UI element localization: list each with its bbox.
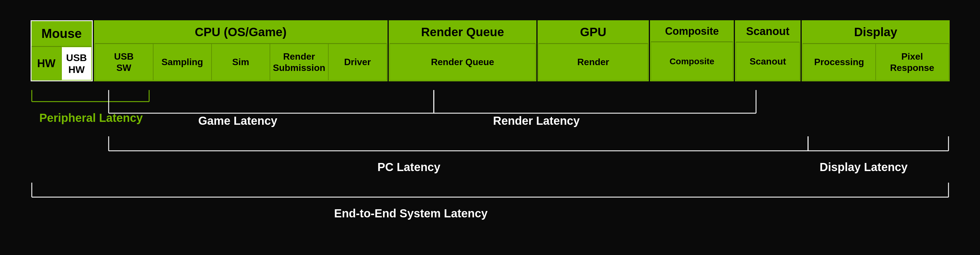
sim-block: Sim: [212, 44, 270, 81]
scanout-block: Scanout: [736, 42, 800, 81]
gpu-group: GPU Render: [538, 20, 649, 82]
diagram-container: Mouse HW USBHW CPU (OS/Game) USBSW Sampl…: [13, 9, 967, 247]
peripheral-latency-label: Peripheral Latency: [39, 111, 143, 124]
usb-sw-block: USBSW: [95, 44, 153, 81]
display-sub-row: Processing PixelResponse: [803, 44, 948, 81]
driver-block: Driver: [328, 44, 387, 81]
composite-group: Composite Composite: [650, 20, 734, 82]
renderqueue-block: Render Queue: [390, 44, 536, 81]
display-header: Display: [803, 21, 948, 44]
composite-header: Composite: [651, 21, 733, 42]
gpu-header: GPU: [538, 21, 648, 44]
usb-hw-block: USBHW: [61, 47, 92, 81]
mouse-header: Mouse: [32, 21, 92, 47]
sampling-block: Sampling: [153, 44, 212, 81]
scanout-sub-row: Scanout: [736, 42, 800, 81]
renderqueue-sub-row: Render Queue: [390, 44, 536, 81]
composite-block: Composite: [651, 42, 733, 81]
composite-sub-row: Composite: [651, 42, 733, 81]
cpu-header: CPU (OS/Game): [95, 21, 387, 44]
display-latency-label: Display Latency: [819, 160, 908, 173]
latency-brackets: Peripheral Latency Game Latency Render L…: [31, 84, 950, 235]
render-block: Render: [538, 44, 648, 81]
e2e-latency-label: End-to-End System Latency: [334, 207, 488, 220]
mouse-group: Mouse HW USBHW: [31, 20, 93, 82]
renderqueue-group: Render Queue Render Queue: [389, 20, 536, 82]
renderqueue-header: Render Queue: [390, 21, 536, 44]
game-latency-label: Game Latency: [198, 114, 277, 127]
render-latency-label: Render Latency: [493, 114, 580, 127]
scanout-header: Scanout: [736, 21, 800, 42]
render-submission-block: RenderSubmission: [270, 44, 328, 81]
mouse-sub-row: HW USBHW: [32, 47, 92, 81]
processing-block: Processing: [803, 44, 876, 81]
scanout-group: Scanout Scanout: [735, 20, 800, 82]
cpu-group: CPU (OS/Game) USBSW Sampling Sim RenderS…: [94, 20, 388, 82]
display-group: Display Processing PixelResponse: [802, 20, 949, 82]
pixel-response-block: PixelResponse: [876, 44, 949, 81]
gpu-sub-row: Render: [538, 44, 648, 81]
cpu-sub-row: USBSW Sampling Sim RenderSubmission Driv…: [95, 44, 387, 81]
blocks-row: Mouse HW USBHW CPU (OS/Game) USBSW Sampl…: [31, 20, 950, 82]
hw-block: HW: [32, 47, 62, 81]
pc-latency-label: PC Latency: [377, 160, 441, 173]
